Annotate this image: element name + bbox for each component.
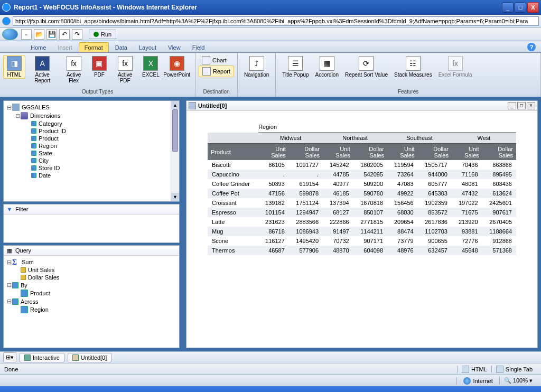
- tab-view[interactable]: View: [163, 43, 186, 52]
- report-window-icon: [189, 102, 196, 109]
- open-button[interactable]: 📂: [34, 29, 44, 40]
- tree-field[interactable]: Category: [6, 120, 177, 127]
- view-switch-button[interactable]: ⊞▾: [3, 352, 16, 362]
- tab-field[interactable]: Field: [187, 43, 210, 52]
- tree-field[interactable]: Region: [6, 142, 177, 150]
- table-row: Capuccino..44785542095732649440007116889…: [208, 170, 516, 179]
- tab-home[interactable]: Home: [25, 43, 51, 52]
- ie-icon: [2, 3, 11, 12]
- interactive-icon: [24, 354, 31, 361]
- status-single-tab[interactable]: Single Tab: [491, 366, 537, 373]
- help-icon[interactable]: ?: [527, 43, 536, 51]
- output-excel-button[interactable]: XEXCEL: [139, 55, 162, 79]
- output-pdf-button[interactable]: ▣PDF: [88, 55, 110, 79]
- table-row: Thermos465875779064887060409848976632457…: [208, 246, 516, 255]
- table-row: Coffee Grinder50393619154409775092004708…: [208, 179, 516, 189]
- query-measure[interactable]: Dollar Sales: [6, 274, 177, 281]
- dest-report-button[interactable]: Report: [199, 66, 234, 77]
- maximize-button[interactable]: □: [515, 2, 526, 13]
- report-minimize-button[interactable]: _: [508, 102, 516, 109]
- save-button[interactable]: 💾: [46, 29, 57, 40]
- windows-taskbar[interactable]: [0, 386, 541, 392]
- report-close-button[interactable]: ×: [527, 102, 535, 109]
- tree-field[interactable]: Date: [6, 172, 177, 179]
- report-window: Untitled[0] _ □ × RegionMidwestNortheast…: [186, 100, 538, 348]
- query-by-field[interactable]: Product: [6, 289, 177, 297]
- repeat-sort-button[interactable]: ⟳Repeat Sort Value: [342, 55, 391, 79]
- tab-icon: [496, 366, 503, 373]
- table-row: Mug8671810869439149711442118847411027039…: [208, 227, 516, 236]
- status-output[interactable]: HTML: [457, 366, 491, 373]
- run-button[interactable]: Run: [89, 30, 116, 39]
- ie-page-icon: [2, 17, 11, 25]
- excel-formula-button[interactable]: fxExcel Formula: [435, 55, 475, 79]
- zoom-control[interactable]: 🔍 100% ▾: [499, 377, 537, 384]
- filter-panel: ▼Filter: [3, 204, 180, 243]
- query-across[interactable]: ⊟Across: [6, 297, 177, 305]
- output-html-button[interactable]: ◨HTML: [3, 55, 25, 79]
- tree-field[interactable]: Store ID: [6, 164, 177, 172]
- query-icon: ▦: [6, 247, 13, 254]
- tree-field[interactable]: Product: [6, 135, 177, 142]
- globe-icon: [463, 377, 471, 385]
- table-row: Biscotti86105109172714524218020051195941…: [208, 160, 516, 170]
- new-button[interactable]: ▫: [21, 29, 32, 40]
- tab-untitled[interactable]: Untitled[0]: [68, 353, 112, 362]
- chart-icon: [202, 56, 210, 64]
- table-row: Scone11612714954207073290717173779900655…: [208, 236, 516, 246]
- filter-body[interactable]: [4, 214, 179, 242]
- output-active-report-button[interactable]: AActive Report: [25, 55, 59, 85]
- report-maximize-button[interactable]: □: [517, 102, 526, 109]
- run-icon: [94, 32, 99, 37]
- status-done: Done: [4, 366, 18, 372]
- tree-dimensions[interactable]: ⊟Dimensions: [6, 111, 177, 120]
- tree-root[interactable]: ⊟GGSALES: [6, 103, 177, 111]
- scroll-up-icon[interactable]: ▲: [171, 101, 179, 109]
- report-title: Untitled[0]: [198, 102, 508, 109]
- redo-button[interactable]: ↷: [72, 29, 82, 40]
- tab-insert[interactable]: Insert: [52, 43, 78, 52]
- stack-measures-button[interactable]: ☷Stack Measures: [391, 55, 435, 79]
- minimize-button[interactable]: _: [502, 2, 514, 13]
- output-active-pdf-button[interactable]: fxActive PDF: [110, 55, 140, 85]
- table-row: Latte23162328835662228662771815209654261…: [208, 217, 516, 227]
- scroll-down-icon[interactable]: ▼: [171, 193, 179, 201]
- query-sum[interactable]: ⊟ΣSum: [6, 258, 177, 266]
- document-icon: [72, 354, 79, 361]
- table-row: Coffee Pot471565998784618559078049922645…: [208, 189, 516, 198]
- accordion-button[interactable]: ▦Accordion: [312, 55, 342, 79]
- tree-field[interactable]: State: [6, 150, 177, 157]
- tab-interactive[interactable]: Interactive: [20, 353, 64, 362]
- report-table: RegionMidwestNortheastSoutheastWestProdu…: [208, 122, 516, 255]
- scroll-thumb[interactable]: [172, 109, 178, 152]
- query-measure[interactable]: Unit Sales: [6, 266, 177, 274]
- navigation-button[interactable]: ⤴Navigation: [241, 55, 272, 79]
- close-button[interactable]: X: [527, 2, 539, 13]
- query-panel: ▦Query ⊟ΣSumUnit SalesDollar Sales⊟ByPro…: [3, 245, 180, 348]
- title-popup-button[interactable]: ☰Title Popup: [279, 55, 312, 79]
- address-input[interactable]: [13, 16, 539, 26]
- tree-scrollbar[interactable]: ▲ ▼: [171, 101, 179, 201]
- report-icon: [202, 67, 211, 76]
- tab-layout[interactable]: Layout: [134, 43, 162, 52]
- output-active-flex-button[interactable]: fxActive Flex: [59, 55, 88, 85]
- table-row: Croissant1391821751124137394167081815645…: [208, 198, 516, 208]
- output-powerpoint-button[interactable]: ◉PowerPoint: [162, 55, 192, 79]
- tab-format[interactable]: Format: [79, 42, 109, 52]
- tree-field[interactable]: Product ID: [6, 127, 177, 135]
- window-title: Report1 - WebFOCUS InfoAssist - Windows …: [14, 4, 502, 11]
- datasource-tree-panel: ⊟GGSALES⊟DimensionsCategoryProduct IDPro…: [3, 100, 180, 202]
- dest-chart-button[interactable]: Chart: [199, 55, 234, 66]
- table-row: Espresso10115412949476812785010768030853…: [208, 208, 516, 217]
- html-icon: [462, 366, 469, 373]
- query-across-field[interactable]: Region: [6, 305, 177, 314]
- security-zone[interactable]: Internet: [456, 377, 499, 385]
- tree-field[interactable]: City: [6, 157, 177, 164]
- tab-data[interactable]: Data: [110, 43, 133, 52]
- app-logo-icon[interactable]: [2, 29, 18, 40]
- undo-button[interactable]: ↶: [59, 29, 70, 40]
- filter-icon: ▼: [6, 206, 13, 213]
- query-by[interactable]: ⊟By: [6, 281, 177, 289]
